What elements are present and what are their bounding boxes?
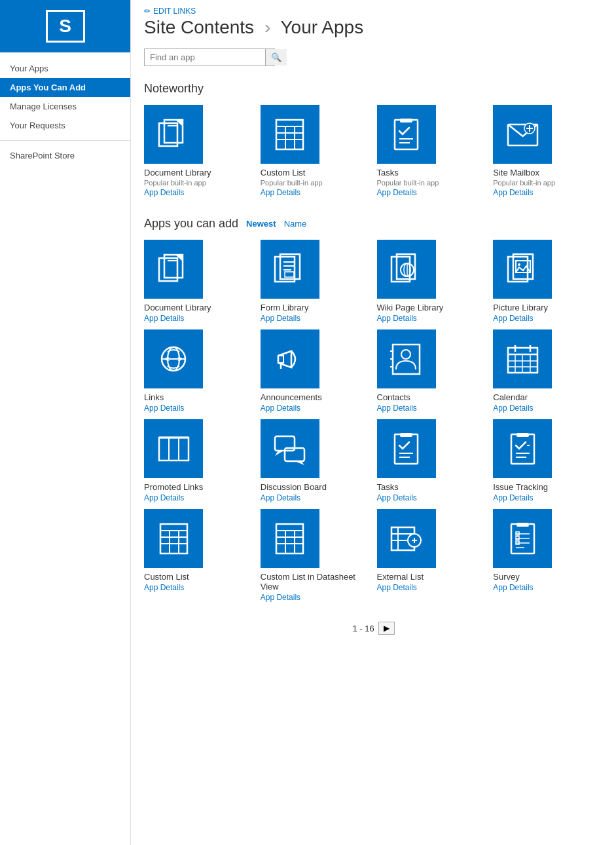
app-item-tasks-nw[interactable]: Tasks Popular built-in app App Details [377, 105, 487, 197]
app-icon-issue-tracking [493, 419, 552, 478]
pagination-next-button[interactable]: ▶ [378, 622, 395, 635]
app-details-form-library[interactable]: App Details [261, 314, 300, 323]
app-icon-promoted-links [144, 419, 203, 478]
app-subtitle-site-mailbox-nw: Popular built-in app [493, 179, 555, 187]
app-item-issue-tracking[interactable]: Issue Tracking App Details [493, 419, 603, 502]
app-subtitle-custom-list-nw: Popular built-in app [261, 179, 323, 187]
app-icon-calendar [493, 329, 552, 388]
app-details-promoted-links[interactable]: App Details [144, 493, 184, 502]
app-item-external-list[interactable]: External List App Details [377, 509, 487, 602]
app-details-survey[interactable]: App Details [493, 583, 533, 592]
page-title: Site Contents › Your Apps [144, 17, 603, 38]
app-icon-survey [493, 509, 552, 568]
search-bar: 🔍 [144, 48, 275, 66]
logo-letter: S [59, 16, 71, 37]
app-item-calendar[interactable]: Calendar App Details [493, 329, 603, 413]
sort-newest[interactable]: Newest [246, 219, 276, 229]
apps-grid: Document Library App Details Form Librar… [144, 240, 603, 602]
app-details-doc-library[interactable]: App Details [144, 314, 184, 323]
app-item-contacts[interactable]: Contacts App Details [377, 329, 487, 413]
app-icon-tasks [377, 419, 436, 478]
sort-name[interactable]: Name [284, 219, 307, 229]
app-name-tasks: Tasks [377, 482, 399, 492]
app-details-doc-library-nw[interactable]: App Details [144, 188, 184, 197]
search-input[interactable] [145, 49, 265, 66]
sharepoint-logo: S [46, 10, 85, 43]
app-item-doc-library[interactable]: Document Library App Details [144, 240, 254, 323]
edit-links[interactable]: ✏ EDIT LINKS [144, 7, 603, 16]
app-icon-discussion-board [261, 419, 319, 478]
app-item-custom-list-datasheet[interactable]: Custom List in Datasheet View App Detail… [261, 509, 371, 602]
app-icon-doc-library [144, 240, 203, 299]
app-name-announcements: Announcements [261, 392, 322, 402]
app-name-survey: Survey [493, 572, 519, 582]
page-title-part2: Your Apps [281, 17, 364, 37]
sidebar-item-apps-you-can-add[interactable]: Apps You Can Add [0, 78, 130, 97]
app-details-custom-list-datasheet[interactable]: App Details [261, 593, 300, 602]
app-details-site-mailbox-nw[interactable]: App Details [493, 188, 533, 197]
pagination-range: 1 - 16 [352, 624, 374, 633]
app-details-picture-library[interactable]: App Details [493, 314, 533, 323]
app-details-issue-tracking[interactable]: App Details [493, 493, 533, 502]
app-item-site-mailbox-nw[interactable]: Site Mailbox Popular built-in app App De… [493, 105, 603, 197]
apps-section-header: Apps you can add Newest Name [144, 217, 603, 231]
app-item-custom-list-nw[interactable]: Custom List Popular built-in app App Det… [261, 105, 371, 197]
noteworthy-grid: Document Library Popular built-in app Ap… [144, 105, 603, 197]
app-item-survey[interactable]: Survey App Details [493, 509, 603, 602]
app-name-site-mailbox-nw: Site Mailbox [493, 168, 539, 178]
app-details-custom-list[interactable]: App Details [144, 583, 184, 592]
sidebar-item-your-apps[interactable]: Your Apps [0, 59, 130, 78]
app-details-announcements[interactable]: App Details [261, 404, 300, 413]
app-item-custom-list[interactable]: Custom List App Details [144, 509, 254, 602]
app-details-tasks[interactable]: App Details [377, 493, 417, 502]
edit-links-label: EDIT LINKS [153, 7, 196, 16]
app-icon-tasks-nw [377, 105, 436, 164]
app-icon-form-library [261, 240, 319, 299]
app-name-links: Links [144, 392, 164, 402]
noteworthy-title: Noteworthy [144, 82, 603, 96]
app-details-links[interactable]: App Details [144, 404, 184, 413]
app-subtitle-tasks-nw: Popular built-in app [377, 179, 439, 187]
sidebar-item-your-requests[interactable]: Your Requests [0, 116, 130, 135]
app-name-promoted-links: Promoted Links [144, 482, 203, 492]
app-details-discussion-board[interactable]: App Details [261, 493, 300, 502]
app-name-custom-list-nw: Custom List [261, 168, 306, 178]
app-name-picture-library: Picture Library [493, 303, 548, 312]
breadcrumb-arrow: › [264, 17, 270, 37]
apps-you-can-add-title: Apps you can add [144, 217, 238, 231]
app-details-custom-list-nw[interactable]: App Details [261, 188, 300, 197]
app-details-external-list[interactable]: App Details [377, 583, 417, 592]
app-name-discussion-board: Discussion Board [261, 482, 327, 492]
app-item-form-library[interactable]: Form Library App Details [261, 240, 371, 323]
page-title-part1: Site Contents [144, 17, 254, 37]
app-icon-doc-library-nw [144, 105, 203, 164]
app-item-links[interactable]: Links App Details [144, 329, 254, 413]
app-details-calendar[interactable]: App Details [493, 404, 533, 413]
app-item-picture-library[interactable]: Picture Library App Details [493, 240, 603, 323]
app-item-wiki-page-library[interactable]: Wiki Page Library App Details [377, 240, 487, 323]
app-details-wiki-page-library[interactable]: App Details [377, 314, 417, 323]
app-item-tasks[interactable]: Tasks App Details [377, 419, 487, 502]
app-name-contacts: Contacts [377, 392, 410, 402]
app-name-external-list: External List [377, 572, 424, 582]
app-name-calendar: Calendar [493, 392, 528, 402]
app-icon-picture-library [493, 240, 552, 299]
app-item-promoted-links[interactable]: Promoted Links App Details [144, 419, 254, 502]
app-item-discussion-board[interactable]: Discussion Board App Details [261, 419, 371, 502]
app-item-announcements[interactable]: Announcements App Details [261, 329, 371, 413]
app-name-wiki-page-library: Wiki Page Library [377, 303, 444, 312]
app-details-tasks-nw[interactable]: App Details [377, 188, 417, 197]
app-icon-announcements [261, 329, 319, 388]
app-item-doc-library-nw[interactable]: Document Library Popular built-in app Ap… [144, 105, 254, 197]
sidebar-nav: Your Apps Apps You Can Add Manage Licens… [0, 52, 130, 172]
app-name-doc-library-nw: Document Library [144, 168, 211, 178]
sidebar-item-manage-licenses[interactable]: Manage Licenses [0, 97, 130, 116]
app-icon-links [144, 329, 203, 388]
pencil-icon: ✏ [144, 7, 151, 16]
app-name-custom-list-datasheet: Custom List in Datasheet View [261, 572, 371, 592]
search-button[interactable]: 🔍 [265, 49, 287, 66]
sidebar-item-sharepoint-store[interactable]: SharePoint Store [0, 146, 130, 165]
app-icon-custom-list-nw [261, 105, 319, 164]
app-subtitle-doc-library-nw: Popular built-in app [144, 179, 206, 187]
app-details-contacts[interactable]: App Details [377, 404, 417, 413]
